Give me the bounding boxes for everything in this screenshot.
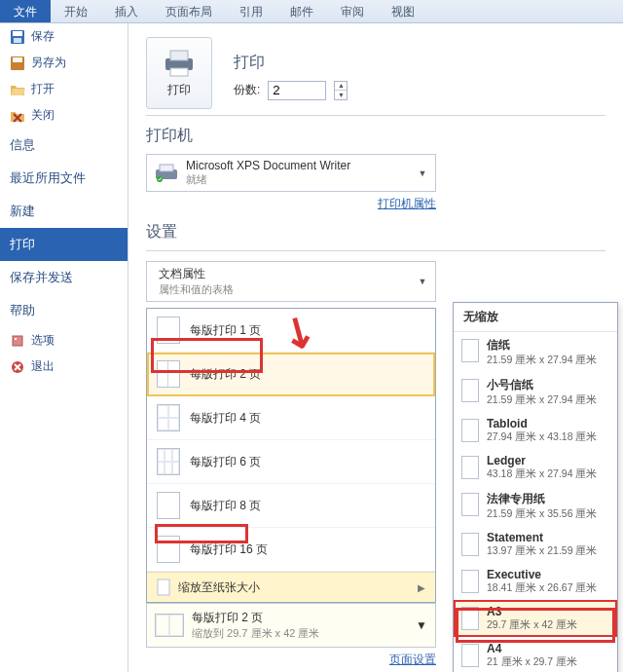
sidebar-saveas[interactable]: 另存为 <box>0 50 128 76</box>
paper-size-option[interactable]: A421 厘米 x 29.7 厘米 <box>454 637 617 672</box>
pages-per-sheet-dropdown[interactable]: 每版打印 2 页 缩放到 29.7 厘米 x 42 厘米 ▼ <box>146 603 436 648</box>
paper-size-option[interactable]: 信纸21.59 厘米 x 27.94 厘米 <box>454 332 617 372</box>
spin-up-icon[interactable]: ▲ <box>335 82 347 92</box>
paper-dim: 13.97 厘米 x 21.59 厘米 <box>487 544 597 558</box>
printer-icon <box>162 49 197 78</box>
page-icon <box>461 379 479 402</box>
scale-to-paper-submenu[interactable]: 缩放至纸张大小 ▶ <box>147 572 435 602</box>
flyout-heading[interactable]: 无缩放 <box>454 303 617 332</box>
paper-name: 法律专用纸 <box>487 491 597 507</box>
sidebar-new[interactable]: 新建 <box>0 195 128 228</box>
ribbon-tab-references[interactable]: 引用 <box>226 0 276 22</box>
ribbon-tab-mail[interactable]: 邮件 <box>276 0 327 22</box>
pps-option-2[interactable]: 每版打印 2 页 <box>147 353 435 396</box>
page-setup-link[interactable]: 页面设置 <box>146 652 436 668</box>
print-button[interactable]: 打印 <box>146 37 212 109</box>
printer-device-icon <box>153 163 180 184</box>
paper-size-option[interactable]: Executive18.41 厘米 x 26.67 厘米 <box>454 563 617 600</box>
paper-name: Statement <box>487 531 597 544</box>
spin-down-icon[interactable]: ▼ <box>335 91 347 99</box>
copies-spinner[interactable]: ▲▼ <box>334 81 348 100</box>
page-icon <box>157 579 170 596</box>
save-icon <box>10 29 25 45</box>
paper-name: Executive <box>487 568 597 581</box>
saveas-icon <box>10 56 25 71</box>
paper-size-option[interactable]: A329.7 厘米 x 42 厘米 <box>454 600 617 637</box>
paper-dim: 29.7 厘米 x 42 厘米 <box>487 618 577 632</box>
copies-input[interactable] <box>268 81 326 100</box>
pps-option-6[interactable]: 每版打印 6 页 <box>147 440 435 484</box>
paper-size-option[interactable]: Tabloid27.94 厘米 x 43.18 厘米 <box>454 412 617 449</box>
sidebar-print[interactable]: 打印 <box>0 228 128 261</box>
pps-label: 每版打印 1 页 <box>190 322 261 339</box>
paper-size-option[interactable]: Ledger43.18 厘米 x 27.94 厘米 <box>454 449 617 486</box>
paper-size-option[interactable]: 法律专用纸21.59 厘米 x 35.56 厘米 <box>454 486 617 526</box>
sidebar-open[interactable]: 打开 <box>0 76 128 102</box>
page-icon <box>461 607 479 630</box>
sidebar-options[interactable]: 选项 <box>0 327 128 354</box>
pps-selected-sub: 缩放到 29.7 厘米 x 42 厘米 <box>192 626 416 641</box>
sidebar-recent[interactable]: 最近所用文件 <box>0 162 128 195</box>
paper-name: A4 <box>487 642 577 655</box>
printer-name: Microsoft XPS Document Writer <box>186 159 416 172</box>
exit-icon <box>10 359 25 375</box>
svg-rect-2 <box>14 38 21 43</box>
svg-rect-14 <box>158 579 169 595</box>
chevron-down-icon: ▼ <box>416 277 429 286</box>
paper-dim: 18.41 厘米 x 26.67 厘米 <box>487 581 597 595</box>
sidebar-help[interactable]: 帮助 <box>0 294 128 327</box>
pps-option-4[interactable]: 每版打印 4 页 <box>147 396 435 440</box>
paper-size-flyout: 无缩放 信纸21.59 厘米 x 27.94 厘米小号信纸21.59 厘米 x … <box>453 302 618 672</box>
ribbon-tab-review[interactable]: 审阅 <box>327 0 378 22</box>
pps-option-16[interactable]: 每版打印 16 页 <box>147 528 435 572</box>
svg-rect-9 <box>170 51 188 60</box>
page-icon <box>461 644 479 667</box>
pps-selected-main: 每版打印 2 页 <box>192 610 416 626</box>
page-icon <box>461 419 479 442</box>
sidebar-item-label: 打开 <box>31 81 55 97</box>
svg-rect-1 <box>13 31 22 36</box>
sidebar-info[interactable]: 信息 <box>0 129 128 162</box>
copies-label: 份数: <box>234 82 260 98</box>
pps-label: 每版打印 16 页 <box>190 541 268 558</box>
paper-size-option[interactable]: 小号信纸21.59 厘米 x 27.94 厘米 <box>454 372 617 412</box>
paper-dim: 43.18 厘米 x 27.94 厘米 <box>487 467 597 481</box>
print-heading: 打印 <box>234 53 348 73</box>
ribbon-tab-layout[interactable]: 页面布局 <box>152 0 226 22</box>
paper-name: A3 <box>487 605 577 618</box>
paper-size-option[interactable]: Statement13.97 厘米 x 21.59 厘米 <box>454 526 617 563</box>
page-icon <box>461 533 479 556</box>
file-menu-sidebar: 保存 另存为 打开 关闭 信息 最近所用文件 新建 打印 保存并发送 帮助 选项… <box>0 23 128 672</box>
paper-dim: 21.59 厘米 x 27.94 厘米 <box>487 393 597 407</box>
doc-properties-dropdown[interactable]: 文档属性 属性和值的表格 ▼ <box>146 261 436 302</box>
printer-dropdown[interactable]: Microsoft XPS Document Writer 就绪 ▼ <box>146 154 436 192</box>
sidebar-item-label: 选项 <box>31 332 55 349</box>
svg-rect-4 <box>13 57 22 62</box>
sidebar-item-label: 退出 <box>31 358 55 375</box>
sidebar-item-label: 关闭 <box>31 107 55 124</box>
submenu-arrow-icon: ▶ <box>418 582 425 593</box>
paper-dim: 21.59 厘米 x 27.94 厘米 <box>487 354 597 367</box>
page-icon <box>461 456 479 479</box>
pps-option-1[interactable]: 每版打印 1 页 <box>147 309 435 353</box>
ribbon-tab-insert[interactable]: 插入 <box>101 0 152 22</box>
pps-thumb-icon <box>155 614 184 637</box>
ribbon-tab-home[interactable]: 开始 <box>51 0 101 22</box>
pps-option-8[interactable]: 每版打印 8 页 <box>147 484 435 528</box>
ribbon-tabs: 文件 开始 插入 页面布局 引用 邮件 审阅 视图 <box>0 0 623 23</box>
sidebar-save[interactable]: 保存 <box>0 23 128 50</box>
pps-label: 每版打印 8 页 <box>190 498 261 514</box>
ribbon-tab-view[interactable]: 视图 <box>378 0 428 22</box>
svg-rect-10 <box>170 68 188 76</box>
paper-dim: 21 厘米 x 29.7 厘米 <box>487 655 577 669</box>
sidebar-save-send[interactable]: 保存并发送 <box>0 261 128 294</box>
printer-properties-link[interactable]: 打印机属性 <box>146 196 436 212</box>
pps-label: 每版打印 6 页 <box>190 454 261 470</box>
sidebar-close[interactable]: 关闭 <box>0 102 128 129</box>
ribbon-tab-file[interactable]: 文件 <box>0 0 51 22</box>
paper-dim: 27.94 厘米 x 43.18 厘米 <box>487 430 597 444</box>
dd-sub: 属性和值的表格 <box>159 282 416 297</box>
paper-name: Ledger <box>487 454 597 467</box>
page-icon <box>461 339 479 362</box>
sidebar-exit[interactable]: 退出 <box>0 354 128 380</box>
